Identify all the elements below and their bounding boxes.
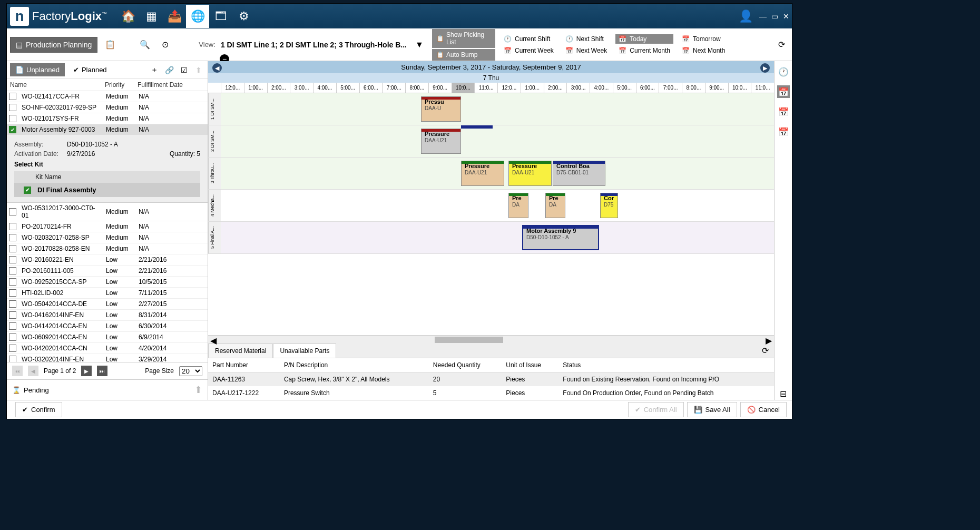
export-icon[interactable]: 📤: [163, 5, 186, 28]
hour-cell[interactable]: 11:0...: [751, 83, 774, 93]
user-icon[interactable]: 👤: [734, 5, 757, 28]
hour-cell[interactable]: 8:00...: [405, 83, 428, 93]
wo-row[interactable]: WO-021017SYS-FRMediumN/A: [7, 113, 208, 124]
confirm-button[interactable]: ✔ Confirm: [15, 402, 62, 417]
prev-range-icon[interactable]: ◀: [212, 63, 222, 73]
wo-row[interactable]: WO-06092014CCA-ENLow6/9/2014: [7, 332, 208, 343]
wo-row[interactable]: PO-20160111-005Low2/21/2016: [7, 266, 208, 277]
current-week-button[interactable]: 📅 Current Week: [501, 46, 557, 55]
next-month-button[interactable]: 📅 Next Month: [679, 46, 728, 55]
add-icon[interactable]: ＋: [149, 65, 160, 75]
current-month-button[interactable]: 📅 Current Month: [615, 46, 673, 55]
parts-row[interactable]: DAA-U217-1222Pressure Switch5PiecesFound…: [208, 386, 774, 400]
wo-row[interactable]: WO-02032017-0258-SPMediumN/A: [7, 232, 208, 243]
page-size-select[interactable]: 20: [179, 366, 202, 376]
search-icon[interactable]: 🔍: [138, 37, 152, 52]
gantt-bar[interactable]: PressureDAA-U21: [508, 161, 552, 186]
cancel-button[interactable]: 🚫 Cancel: [740, 402, 787, 417]
clock-view-icon[interactable]: 🕐: [777, 65, 790, 78]
page-last-icon[interactable]: ⏭: [97, 366, 107, 376]
page-first-icon[interactable]: ⏮: [12, 366, 23, 376]
view-value[interactable]: 1 DI SMT Line 1; 2 DI SMT LIne 2; 3 Thro…: [221, 41, 407, 49]
hour-cell[interactable]: 8:00...: [682, 83, 705, 93]
calendar-check-icon[interactable]: ☑: [178, 66, 190, 74]
next-range-icon[interactable]: ▶: [760, 63, 770, 73]
refresh-parts-icon[interactable]: ⟳: [757, 343, 774, 358]
wo-row[interactable]: HTI-02LID-002Low7/11/2015: [7, 288, 208, 299]
parts-row[interactable]: DAA-11263Cap Screw, Hex, 3/8" X 2", All …: [208, 372, 774, 387]
hour-cell[interactable]: 10:0...: [728, 83, 751, 93]
hour-cell[interactable]: 12:0...: [497, 83, 521, 93]
hour-cell[interactable]: 9:00...: [428, 83, 452, 93]
wo-row[interactable]: WO-05312017-3000-CT0-01MediumN/A: [7, 203, 208, 221]
parts-col[interactable]: Needed Quantity: [429, 358, 502, 372]
hour-cell[interactable]: 7:00...: [659, 83, 682, 93]
confirm-all-button[interactable]: ✔ Confirm All: [628, 402, 684, 417]
hour-cell[interactable]: 3:00...: [290, 83, 313, 93]
clipboard-icon[interactable]: 📋: [103, 37, 117, 52]
parts-col[interactable]: Unit of Issue: [502, 358, 558, 372]
auto-bump-toggle[interactable]: 📋 Auto Bump: [432, 49, 495, 61]
globe-icon[interactable]: 🌐: [186, 5, 209, 28]
hour-cell[interactable]: 10:0...: [452, 83, 475, 93]
tab-unplanned[interactable]: 📄 Unplanned: [10, 63, 65, 76]
next-shift-button[interactable]: 🕐 Next Shift: [562, 34, 610, 44]
minimize-button[interactable]: —: [757, 12, 769, 21]
hour-cell[interactable]: 3:00...: [566, 83, 590, 93]
lane-body[interactable]: PressuDAA-U: [221, 93, 774, 125]
wo-row[interactable]: WO-05042014CCA-DELow2/27/2015: [7, 299, 208, 310]
hour-cell[interactable]: 6:00...: [636, 83, 659, 93]
wo-row[interactable]: WO-04202014CCA-CNLow4/20/2014: [7, 343, 208, 354]
day-view-icon[interactable]: 📅: [777, 85, 790, 98]
hour-cell[interactable]: 4:00...: [590, 83, 613, 93]
gantt-bar[interactable]: CorD75: [600, 193, 618, 218]
lane-body[interactable]: PreDAPreDACorD75: [221, 190, 774, 221]
hour-cell[interactable]: 5:00...: [613, 83, 636, 93]
lane-body[interactable]: Motor Assembly 9D50-D10-1052 - A: [221, 222, 774, 253]
settings-icon[interactable]: ⊟: [777, 387, 790, 400]
hour-cell[interactable]: 6:00...: [359, 83, 383, 93]
hour-cell[interactable]: 11:0...: [474, 83, 497, 93]
wo-row[interactable]: WO-04162014INF-ENLow8/31/2014: [7, 310, 208, 321]
hour-cell[interactable]: 2:00...: [267, 83, 290, 93]
hour-cell[interactable]: 4:00...: [313, 83, 336, 93]
gantt-bar[interactable]: PreDA: [545, 193, 565, 218]
h-scrollbar[interactable]: ◀▶: [208, 335, 774, 343]
wo-row[interactable]: ✔Motor Assembly 927-0003MediumN/A: [7, 124, 208, 135]
lane-body[interactable]: PressureDAA-U21PressureDAA-U21Control Bo…: [221, 158, 774, 189]
wo-row[interactable]: WO-20170828-0258-ENMediumN/A: [7, 243, 208, 254]
hour-cell[interactable]: 1:00...: [521, 83, 544, 93]
filter-icon[interactable]: ▼: [412, 37, 427, 52]
save-all-button[interactable]: 💾 Save All: [687, 402, 737, 417]
current-shift-button[interactable]: 🕐 Current Shift: [501, 34, 557, 44]
refresh-icon[interactable]: ⟳: [774, 37, 789, 52]
page-prev-icon[interactable]: ◀: [28, 366, 38, 376]
page-next-icon[interactable]: ▶: [81, 366, 92, 376]
production-planning-button[interactable]: ▤ Production Planning: [10, 37, 97, 53]
hour-cell[interactable]: 7:00...: [382, 83, 405, 93]
scroll-up-icon[interactable]: ⬆: [194, 384, 202, 396]
hour-cell[interactable]: 9:00...: [705, 83, 728, 93]
grid-icon[interactable]: ▦: [140, 5, 163, 28]
gantt-bar[interactable]: PressureDAA-U21: [461, 161, 504, 186]
gantt-bar[interactable]: PressureDAA-U21: [421, 129, 461, 154]
lane-body[interactable]: PressureDAA-U21: [221, 125, 774, 157]
maximize-button[interactable]: ▭: [769, 12, 780, 21]
gantt-bar[interactable]: PressuDAA-U: [421, 96, 461, 122]
wo-row[interactable]: WO-20160221-ENLow2/21/2016: [7, 254, 208, 266]
parts-col[interactable]: P/N Description: [280, 358, 429, 372]
show-picking-list-toggle[interactable]: 📋 Show Picking List: [432, 29, 495, 48]
tab-unavailable-parts[interactable]: Unavailable Parts: [273, 343, 336, 358]
parts-col[interactable]: Status: [558, 358, 774, 372]
gantt-bar[interactable]: Motor Assembly 9D50-D10-1052 - A: [522, 225, 599, 250]
tab-reserved-material[interactable]: Reserved Material: [208, 343, 273, 358]
hour-cell[interactable]: 5:00...: [336, 83, 359, 93]
kit-row[interactable]: ✔DI Final Assembly: [14, 183, 200, 197]
home-icon[interactable]: 🏠: [116, 5, 140, 28]
wo-row[interactable]: WO-021417CCA-FRMediumN/A: [7, 91, 208, 102]
gantt-bar[interactable]: Control BoaD75-CB01-01: [553, 161, 605, 186]
wo-row[interactable]: WO-09252015CCA-SPLow10/5/2015: [7, 277, 208, 288]
upload-icon[interactable]: ⬆: [193, 66, 204, 74]
hour-cell[interactable]: 1:00...: [244, 83, 267, 93]
wo-row[interactable]: PO-20170214-FRMediumN/A: [7, 221, 208, 232]
